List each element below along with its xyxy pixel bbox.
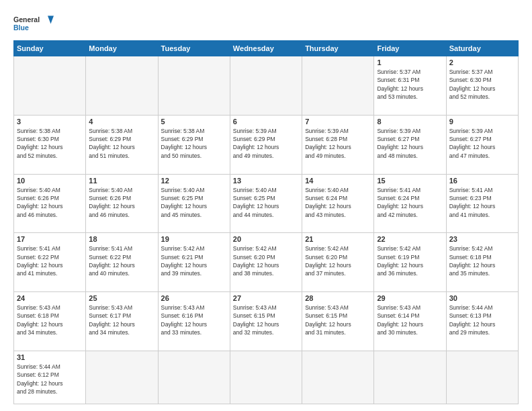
table-row: 27Sunrise: 5:43 AM Sunset: 6:15 PM Dayli…: [230, 292, 302, 351]
table-row: 18Sunrise: 5:41 AM Sunset: 6:22 PM Dayli…: [86, 233, 158, 292]
table-row: [446, 351, 518, 404]
day-info: Sunrise: 5:42 AM Sunset: 6:20 PM Dayligh…: [233, 244, 299, 277]
day-number: 22: [377, 235, 443, 243]
day-number: 21: [305, 235, 371, 243]
page: General Blue Sunday Monday Tuesday Wedne…: [0, 0, 532, 411]
day-number: 3: [17, 118, 83, 126]
table-row: 7Sunrise: 5:39 AM Sunset: 6:28 PM Daylig…: [302, 115, 374, 174]
table-row: 24Sunrise: 5:43 AM Sunset: 6:18 PM Dayli…: [14, 292, 86, 351]
table-row: 19Sunrise: 5:42 AM Sunset: 6:21 PM Dayli…: [158, 233, 230, 292]
day-number: 26: [161, 294, 227, 302]
svg-text:Blue: Blue: [13, 24, 29, 32]
day-info: Sunrise: 5:42 AM Sunset: 6:20 PM Dayligh…: [305, 244, 371, 277]
day-number: 8: [377, 118, 443, 126]
day-info: Sunrise: 5:40 AM Sunset: 6:25 PM Dayligh…: [161, 186, 227, 219]
day-info: Sunrise: 5:40 AM Sunset: 6:26 PM Dayligh…: [17, 186, 83, 219]
table-row: [374, 351, 446, 404]
day-info: Sunrise: 5:43 AM Sunset: 6:17 PM Dayligh…: [89, 304, 154, 336]
day-number: 31: [17, 353, 83, 361]
day-info: Sunrise: 5:39 AM Sunset: 6:27 PM Dayligh…: [377, 127, 443, 160]
day-number: 9: [449, 118, 515, 126]
day-number: 13: [233, 177, 299, 185]
calendar-table: Sunday Monday Tuesday Wednesday Thursday…: [13, 40, 519, 404]
day-number: 1: [377, 58, 443, 66]
table-row: 21Sunrise: 5:42 AM Sunset: 6:20 PM Dayli…: [302, 233, 374, 292]
day-number: 16: [449, 177, 515, 185]
day-number: 25: [89, 294, 154, 302]
col-tuesday: Tuesday: [158, 41, 230, 56]
day-number: 4: [89, 118, 154, 126]
day-number: 5: [161, 118, 227, 126]
day-info: Sunrise: 5:41 AM Sunset: 6:23 PM Dayligh…: [449, 186, 515, 219]
table-row: 9Sunrise: 5:39 AM Sunset: 6:27 PM Daylig…: [446, 115, 518, 174]
table-row: 29Sunrise: 5:43 AM Sunset: 6:14 PM Dayli…: [374, 292, 446, 351]
svg-text:General: General: [13, 15, 40, 24]
day-info: Sunrise: 5:40 AM Sunset: 6:25 PM Dayligh…: [233, 186, 299, 219]
table-row: 11Sunrise: 5:40 AM Sunset: 6:26 PM Dayli…: [86, 174, 158, 233]
day-number: 30: [449, 294, 515, 302]
header-row: Sunday Monday Tuesday Wednesday Thursday…: [14, 41, 519, 56]
table-row: 1Sunrise: 5:37 AM Sunset: 6:31 PM Daylig…: [374, 56, 446, 116]
svg-marker-2: [48, 16, 54, 24]
table-row: [230, 351, 302, 404]
day-info: Sunrise: 5:39 AM Sunset: 6:28 PM Dayligh…: [305, 127, 371, 160]
col-sunday: Sunday: [14, 41, 86, 56]
day-number: 14: [305, 177, 371, 185]
table-row: 13Sunrise: 5:40 AM Sunset: 6:25 PM Dayli…: [230, 174, 302, 233]
day-info: Sunrise: 5:40 AM Sunset: 6:26 PM Dayligh…: [89, 186, 154, 219]
table-row: 20Sunrise: 5:42 AM Sunset: 6:20 PM Dayli…: [230, 233, 302, 292]
day-info: Sunrise: 5:38 AM Sunset: 6:29 PM Dayligh…: [89, 127, 154, 160]
day-number: 20: [233, 235, 299, 243]
day-info: Sunrise: 5:39 AM Sunset: 6:27 PM Dayligh…: [449, 127, 515, 160]
logo: General Blue: [13, 11, 54, 35]
day-number: 23: [449, 235, 515, 243]
day-number: 19: [161, 235, 227, 243]
table-row: [302, 56, 374, 116]
table-row: [158, 351, 230, 404]
col-wednesday: Wednesday: [230, 41, 302, 56]
day-info: Sunrise: 5:42 AM Sunset: 6:21 PM Dayligh…: [161, 244, 227, 277]
day-info: Sunrise: 5:41 AM Sunset: 6:22 PM Dayligh…: [17, 244, 83, 277]
day-info: Sunrise: 5:37 AM Sunset: 6:30 PM Dayligh…: [449, 68, 515, 101]
day-number: 6: [233, 118, 299, 126]
day-info: Sunrise: 5:41 AM Sunset: 6:24 PM Dayligh…: [377, 186, 443, 219]
col-friday: Friday: [374, 41, 446, 56]
day-number: 2: [449, 58, 515, 66]
table-row: 25Sunrise: 5:43 AM Sunset: 6:17 PM Dayli…: [86, 292, 158, 351]
table-row: 26Sunrise: 5:43 AM Sunset: 6:16 PM Dayli…: [158, 292, 230, 351]
day-number: 7: [305, 118, 371, 126]
day-number: 17: [17, 235, 83, 243]
table-row: 4Sunrise: 5:38 AM Sunset: 6:29 PM Daylig…: [86, 115, 158, 174]
day-number: 28: [305, 294, 371, 302]
table-row: 5Sunrise: 5:38 AM Sunset: 6:29 PM Daylig…: [158, 115, 230, 174]
day-number: 29: [377, 294, 443, 302]
day-info: Sunrise: 5:43 AM Sunset: 6:15 PM Dayligh…: [233, 304, 299, 336]
day-number: 24: [17, 294, 83, 302]
table-row: 16Sunrise: 5:41 AM Sunset: 6:23 PM Dayli…: [446, 174, 518, 233]
col-saturday: Saturday: [446, 41, 518, 56]
day-info: Sunrise: 5:43 AM Sunset: 6:18 PM Dayligh…: [17, 304, 83, 336]
col-monday: Monday: [86, 41, 158, 56]
table-row: [302, 351, 374, 404]
table-row: 22Sunrise: 5:42 AM Sunset: 6:19 PM Dayli…: [374, 233, 446, 292]
day-info: Sunrise: 5:43 AM Sunset: 6:15 PM Dayligh…: [305, 304, 371, 336]
table-row: [86, 351, 158, 404]
day-number: 27: [233, 294, 299, 302]
day-info: Sunrise: 5:43 AM Sunset: 6:16 PM Dayligh…: [161, 304, 227, 336]
table-row: 31Sunrise: 5:44 AM Sunset: 6:12 PM Dayli…: [14, 351, 86, 404]
table-row: 10Sunrise: 5:40 AM Sunset: 6:26 PM Dayli…: [14, 174, 86, 233]
day-info: Sunrise: 5:37 AM Sunset: 6:31 PM Dayligh…: [377, 68, 443, 101]
table-row: 8Sunrise: 5:39 AM Sunset: 6:27 PM Daylig…: [374, 115, 446, 174]
table-row: 3Sunrise: 5:38 AM Sunset: 6:30 PM Daylig…: [14, 115, 86, 174]
table-row: [230, 56, 302, 116]
header: General Blue: [13, 11, 519, 35]
day-number: 12: [161, 177, 227, 185]
day-info: Sunrise: 5:39 AM Sunset: 6:29 PM Dayligh…: [233, 127, 299, 160]
col-thursday: Thursday: [302, 41, 374, 56]
day-number: 15: [377, 177, 443, 185]
table-row: 17Sunrise: 5:41 AM Sunset: 6:22 PM Dayli…: [14, 233, 86, 292]
day-number: 10: [17, 177, 83, 185]
table-row: [14, 56, 86, 116]
table-row: 30Sunrise: 5:44 AM Sunset: 6:13 PM Dayli…: [446, 292, 518, 351]
day-number: 11: [89, 177, 154, 185]
